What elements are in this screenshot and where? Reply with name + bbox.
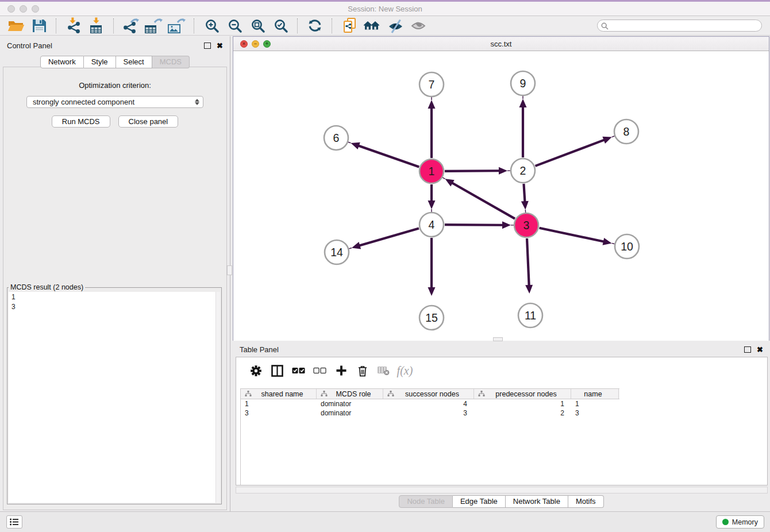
- export-network-button[interactable]: [120, 17, 143, 34]
- float-table-panel-icon[interactable]: [744, 346, 751, 353]
- deselect-all-button[interactable]: [309, 361, 330, 380]
- import-network-button[interactable]: [62, 17, 85, 34]
- graph-edge-4-15[interactable]: [428, 238, 436, 296]
- close-panel-button[interactable]: Close panel: [118, 115, 179, 128]
- graph-edge-4-3[interactable]: [445, 221, 514, 229]
- horizontal-splitter-handle[interactable]: [493, 337, 503, 341]
- export-image-button[interactable]: [165, 17, 188, 34]
- function-builder-button[interactable]: f(x): [394, 361, 415, 380]
- graph-node-label: 7: [429, 78, 435, 91]
- graph-edge-3-11[interactable]: [525, 238, 533, 294]
- graph-edge-3-1[interactable]: [442, 178, 515, 219]
- float-panel-icon[interactable]: [204, 43, 211, 49]
- column-header-label: predecessor nodes: [485, 390, 571, 398]
- close-panel-icon[interactable]: ✖: [217, 42, 223, 49]
- column-header-predecessor-nodes[interactable]: predecessor nodes: [474, 389, 571, 399]
- graph-edge-3-10[interactable]: [540, 228, 615, 245]
- graph-edge-1-4[interactable]: [428, 184, 436, 212]
- open-session-button[interactable]: [5, 17, 28, 34]
- graph-edge-2-8[interactable]: [536, 136, 615, 166]
- column-header-successor-nodes[interactable]: successor nodes: [383, 389, 474, 399]
- graph-edge-2-3[interactable]: [521, 184, 529, 213]
- column-header-label: successor nodes: [394, 390, 473, 398]
- column-header-name[interactable]: name: [571, 389, 619, 399]
- titlebar: Session: New Session: [0, 2, 770, 16]
- mcds-result-list[interactable]: 1 3: [9, 292, 220, 503]
- zoom-selected-icon: [273, 18, 288, 33]
- graph-edge-1-7[interactable]: [428, 97, 436, 158]
- table-panel-title: Table Panel: [240, 345, 279, 354]
- graph-node-11[interactable]: 11: [518, 303, 542, 327]
- graph-edge-2-9[interactable]: [519, 96, 527, 157]
- table-cell: 3: [383, 409, 474, 417]
- zoom-out-button[interactable]: [223, 17, 246, 34]
- toolbar-separator: [332, 18, 333, 33]
- column-view-button[interactable]: [267, 361, 288, 380]
- network-window-titlebar[interactable]: × − + scc.txt: [233, 37, 769, 51]
- tab-style[interactable]: Style: [84, 56, 116, 68]
- table-horizontal-scrollbar[interactable]: [236, 487, 768, 494]
- memory-button[interactable]: Memory: [716, 515, 764, 529]
- graph-node-label: 2: [520, 164, 526, 177]
- zoom-in-button[interactable]: [200, 17, 223, 34]
- zoom-selected-button[interactable]: [269, 17, 292, 34]
- graph-edge-1-2[interactable]: [445, 167, 510, 175]
- delete-row-button[interactable]: [352, 361, 373, 380]
- toolbar-separator: [56, 18, 57, 33]
- save-session-button[interactable]: [28, 17, 51, 34]
- table-tab-edge-table[interactable]: Edge Table: [453, 495, 506, 508]
- task-history-button[interactable]: [6, 515, 22, 529]
- network-minimize-button[interactable]: −: [252, 40, 259, 48]
- export-table-button[interactable]: [143, 17, 165, 34]
- graph-edge-4-14[interactable]: [349, 228, 419, 249]
- result-scrollbar[interactable]: [215, 292, 220, 503]
- tab-mcds[interactable]: MCDS: [152, 56, 190, 68]
- graph-node-2[interactable]: 2: [511, 159, 535, 183]
- graph-node-6[interactable]: 6: [324, 126, 348, 150]
- table-row[interactable]: 1dominator411: [241, 399, 619, 408]
- tab-select[interactable]: Select: [116, 56, 152, 68]
- criterion-select[interactable]: strongly connected component: [26, 96, 203, 108]
- graph-node-8[interactable]: 8: [614, 119, 638, 144]
- search-input[interactable]: [597, 20, 762, 32]
- graph-node-3[interactable]: 3: [514, 213, 538, 237]
- import-table-button[interactable]: [85, 17, 108, 34]
- delete-table-button[interactable]: [373, 361, 394, 380]
- network-zoom-button[interactable]: +: [263, 40, 271, 48]
- table-tab-node-table[interactable]: Node Table: [399, 495, 453, 508]
- graph-node-1[interactable]: 1: [419, 159, 444, 183]
- clone-network-button[interactable]: [338, 17, 361, 34]
- tab-network[interactable]: Network: [40, 56, 84, 68]
- network-canvas[interactable]: 7968124314101511: [233, 51, 769, 341]
- table-tab-network-table[interactable]: Network Table: [506, 495, 568, 508]
- hide-selected-button[interactable]: [384, 17, 407, 34]
- table-row[interactable]: 3dominator323: [241, 408, 619, 418]
- table-tab-motifs[interactable]: Motifs: [568, 495, 604, 508]
- graph-node-15[interactable]: 15: [419, 306, 444, 330]
- graph-node-9[interactable]: 9: [511, 71, 535, 95]
- close-table-panel-icon[interactable]: ✖: [757, 346, 763, 353]
- network-close-button[interactable]: ×: [240, 40, 248, 48]
- vertical-splitter-handle[interactable]: [227, 265, 232, 275]
- graph-node-10[interactable]: 10: [615, 234, 639, 259]
- graph-node-7[interactable]: 7: [419, 72, 444, 97]
- column-header-shared-name[interactable]: shared name: [241, 389, 317, 399]
- run-mcds-button[interactable]: Run MCDS: [52, 115, 110, 128]
- table-settings-button[interactable]: [245, 361, 267, 380]
- optimization-criterion-label: Optimization criterion:: [3, 81, 226, 90]
- show-all-nodes-button[interactable]: [361, 17, 384, 34]
- select-all-button[interactable]: [288, 361, 309, 380]
- apply-layout-button[interactable]: [303, 17, 326, 34]
- search-box: [597, 20, 762, 32]
- show-hidden-button[interactable]: [407, 17, 430, 34]
- mcds-result-title: MCDS result (2 nodes): [9, 283, 85, 291]
- zoom-fit-button[interactable]: [246, 17, 269, 34]
- graph-node-4[interactable]: 4: [419, 213, 444, 237]
- graph-edge-1-6[interactable]: [348, 142, 419, 167]
- column-header-MCDS-role[interactable]: MCDS role: [317, 389, 383, 399]
- column-type-icon: [478, 391, 485, 397]
- add-row-button[interactable]: [330, 361, 352, 380]
- import-network-icon: [65, 17, 82, 34]
- graph-node-14[interactable]: 14: [325, 240, 349, 264]
- show-all-nodes-icon: [364, 20, 381, 32]
